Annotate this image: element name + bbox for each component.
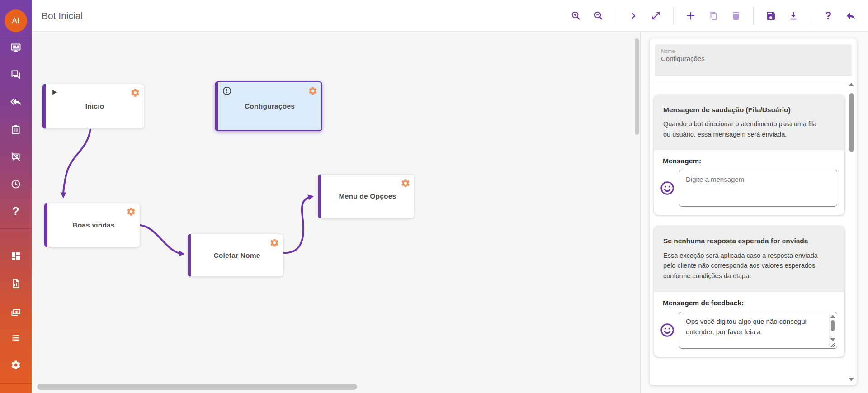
node-label: Início — [85, 102, 104, 110]
dashboard-grid-icon[interactable] — [10, 251, 21, 262]
add-node-icon[interactable] — [685, 10, 696, 21]
canvas-vertical-scrollbar[interactable] — [635, 38, 639, 135]
reply-all-icon[interactable] — [10, 96, 21, 107]
toolbar-divider — [673, 7, 674, 25]
textarea-scrollbar[interactable] — [829, 313, 836, 348]
dashboard-monitor-icon[interactable] — [10, 43, 21, 53]
greeting-section-description: Quando o bot direcionar o atendimento pa… — [663, 119, 822, 139]
list-icon[interactable] — [10, 332, 21, 343]
bot-flow-builder: AI ? Bot Inicial — [0, 0, 868, 393]
flow-node-coletar-nome[interactable]: Coletar Nome — [188, 234, 283, 277]
node-settings-gear-icon[interactable] — [269, 238, 279, 248]
sidebar: AI ? — [0, 0, 32, 393]
feedback-message-text: Ops você digitou algo que não consegui e… — [686, 316, 821, 337]
save-icon[interactable] — [765, 10, 776, 21]
canvas-horizontal-scrollbar[interactable] — [37, 384, 357, 390]
zoom-in-icon[interactable] — [571, 10, 581, 21]
sidebar-divider — [0, 228, 32, 229]
scroll-up-icon[interactable] — [830, 315, 835, 318]
scrollbar-thumb[interactable] — [849, 93, 854, 152]
chevron-right-icon[interactable] — [628, 10, 639, 21]
payments-icon[interactable] — [10, 307, 21, 317]
sidebar-divider — [0, 383, 32, 384]
flow-node-boas-vindas[interactable]: Boas vindas — [44, 203, 140, 247]
warning-icon — [222, 86, 232, 96]
node-settings-gear-icon[interactable] — [130, 88, 140, 98]
help-icon[interactable]: ? — [823, 10, 834, 21]
node-name-field[interactable]: Nome Configurações — [655, 44, 852, 76]
fit-expand-icon[interactable] — [651, 10, 661, 21]
settings-gear-icon[interactable] — [10, 360, 21, 370]
delete-node-icon[interactable] — [731, 10, 741, 21]
greeting-message-block: Mensagem: — [654, 150, 844, 215]
zoom-out-icon[interactable] — [593, 10, 604, 21]
emoji-picker-icon[interactable] — [659, 322, 675, 338]
scroll-down-icon[interactable] — [849, 378, 854, 381]
page-title: Bot Inicial — [42, 10, 83, 21]
sidebar-divider — [0, 38, 32, 38]
toolbar: ? — [571, 7, 856, 25]
panel-scrollbar[interactable] — [848, 81, 855, 383]
play-icon — [50, 88, 58, 96]
feedback-message-label: Mensagem de feedback: — [663, 299, 837, 307]
name-field-label: Nome — [661, 48, 845, 54]
node-label: Boas vindas — [72, 221, 115, 229]
node-properties-panel: Nome Configurações Mensagem de saudação … — [650, 38, 857, 385]
node-label: Coletar Nome — [213, 251, 260, 260]
node-settings-gear-icon[interactable] — [401, 178, 410, 188]
node-settings-gear-icon[interactable] — [308, 86, 318, 96]
clock-icon[interactable] — [10, 179, 21, 189]
greeting-section-header: Mensagem de saudação (Fila/Usuário) Quan… — [654, 95, 844, 150]
report-file-icon[interactable] — [10, 278, 21, 289]
toolbar-divider — [616, 7, 616, 25]
help-icon[interactable]: ? — [10, 206, 21, 217]
scrollbar-thumb[interactable] — [831, 320, 835, 331]
flow-node-configuracoes[interactable]: Configurações — [215, 81, 322, 131]
greeting-message-textarea[interactable] — [679, 170, 837, 207]
flow-node-menu-de-opcoes[interactable]: Menu de Opções — [318, 174, 415, 218]
feedback-message-block: Mensagem de feedback: Ops você digitou a… — [654, 292, 844, 357]
toolbar-divider — [811, 7, 811, 25]
message-label: Mensagem: — [663, 157, 837, 165]
chat-icon[interactable] — [10, 69, 21, 80]
no-response-section-card: Se nenhuma resposta esperada for enviada… — [654, 226, 844, 356]
feedback-message-textarea[interactable]: Ops você digitou algo que não consegui e… — [679, 312, 837, 349]
download-icon[interactable] — [788, 10, 799, 21]
panel-divider — [650, 80, 857, 80]
notes-off-icon[interactable] — [10, 152, 21, 162]
flow-node-inicio[interactable]: Início — [42, 84, 144, 129]
emoji-picker-icon[interactable] — [659, 180, 675, 196]
scroll-down-icon[interactable] — [830, 338, 835, 341]
undo-icon[interactable] — [845, 10, 856, 21]
no-response-section-header: Se nenhuma resposta esperada for enviada… — [654, 226, 844, 292]
panel-scroll-area[interactable]: Mensagem de saudação (Fila/Usuário) Quan… — [654, 95, 844, 368]
scroll-up-icon[interactable] — [849, 83, 854, 86]
topbar: Bot Inicial ? — [32, 0, 868, 32]
no-response-section-title: Se nenhuma resposta esperada for enviada — [663, 236, 812, 246]
greeting-section-card: Mensagem de saudação (Fila/Usuário) Quan… — [654, 95, 844, 215]
app-logo-avatar[interactable]: AI — [5, 9, 27, 32]
toolbar-divider — [753, 7, 754, 25]
node-label: Menu de Opções — [339, 192, 396, 200]
node-label: Configurações — [245, 102, 295, 110]
flow-canvas[interactable]: Início Configurações Boas vindas Coletar… — [32, 32, 641, 393]
no-response-section-description: Essa exceção será aplicada caso a respos… — [663, 251, 822, 281]
clipboard-tasks-icon[interactable] — [10, 124, 21, 135]
name-field-value: Configurações — [661, 55, 845, 62]
node-settings-gear-icon[interactable] — [126, 207, 136, 217]
greeting-section-title: Mensagem de saudação (Fila/Usuário) — [663, 104, 817, 115]
copy-node-icon[interactable] — [708, 10, 719, 21]
